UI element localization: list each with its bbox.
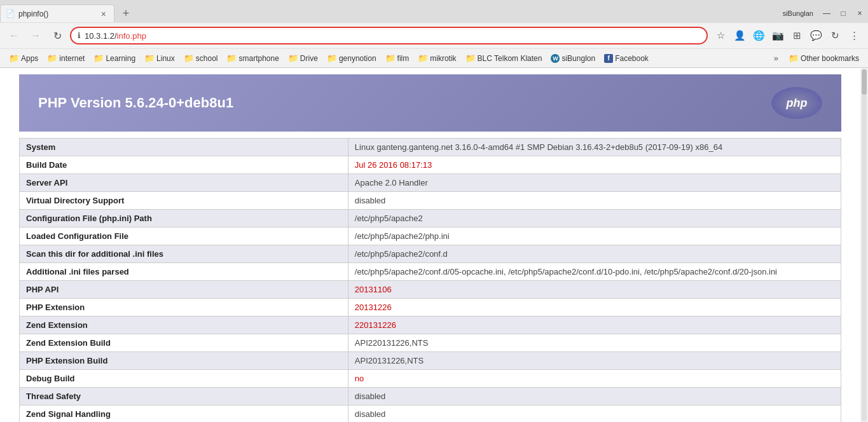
- table-row: Server APIApache 2.0 Handler: [20, 174, 841, 192]
- bookmark-sibunglon[interactable]: W siBunglon: [547, 52, 599, 65]
- folder-icon: 📁: [418, 53, 428, 63]
- folder-icon: 📁: [47, 53, 57, 63]
- row-label: PHP Extension: [20, 299, 348, 316]
- more-bookmarks-button[interactable]: »: [769, 51, 783, 65]
- row-label: PHP Extension Build: [20, 352, 348, 370]
- bookmark-label: siBunglon: [561, 54, 595, 63]
- php-logo: php: [771, 87, 822, 119]
- row-label: Debug Build: [20, 370, 348, 388]
- row-label: Additional .ini files parsed: [20, 263, 348, 281]
- folder-icon: 📁: [327, 53, 337, 63]
- refresh-icon[interactable]: ↻: [826, 27, 844, 44]
- bookmark-facebook[interactable]: f Facebook: [600, 52, 652, 65]
- window-controls: siBunglan — □ ×: [778, 5, 868, 22]
- url-input-box[interactable]: ℹ 10.3.1.2/info.php: [70, 27, 708, 44]
- row-value: Jul 26 2016 08:17:13: [348, 156, 841, 174]
- row-value: 220131226: [348, 316, 841, 334]
- scrollbar-thumb[interactable]: [862, 69, 867, 95]
- row-value: disabled: [348, 388, 841, 405]
- php-info-table-wrapper: SystemLinux ganteng.ganteng.net 3.16.0-4…: [19, 138, 841, 422]
- close-button[interactable]: ×: [851, 5, 868, 22]
- translate-icon[interactable]: 🌐: [750, 27, 768, 44]
- row-label: Virtual Directory Support: [20, 192, 348, 210]
- bookmark-other[interactable]: 📁 Other bookmarks: [785, 51, 863, 65]
- bookmark-label: BLC Telkom Klaten: [478, 54, 542, 63]
- folder-icon: 📁: [9, 53, 19, 63]
- bookmark-label: Apps: [21, 54, 38, 63]
- folder-icon: 📁: [385, 53, 396, 63]
- bookmarks-bar: 📁 Apps 📁 internet 📁 Learning 📁 Linux 📁 s…: [0, 48, 868, 67]
- maximize-button[interactable]: □: [835, 5, 851, 22]
- bookmark-label: Facebook: [615, 54, 649, 63]
- minimize-button[interactable]: —: [818, 5, 835, 22]
- table-row: SystemLinux ganteng.ganteng.net 3.16.0-4…: [20, 139, 841, 156]
- user-profile-icon[interactable]: 👤: [731, 27, 748, 44]
- php-info-header: PHP Version 5.6.24-0+deb8u1 php: [19, 74, 841, 132]
- bookmark-label: Linux: [156, 54, 175, 63]
- bookmark-genynotion[interactable]: 📁 genynotion: [323, 51, 380, 65]
- folder-icon: 📁: [789, 53, 799, 63]
- bookmark-school[interactable]: 📁 school: [180, 51, 222, 65]
- bookmark-label: internet: [59, 54, 85, 63]
- row-label: System: [20, 139, 348, 156]
- bookmark-blc[interactable]: 📁 BLC Telkom Klaten: [462, 51, 546, 65]
- tab-bar: 📄 phpinfo() × + siBunglan — □ ×: [0, 0, 868, 23]
- php-version-title: PHP Version 5.6.24-0+deb8u1: [38, 95, 233, 111]
- info-icon: ℹ: [78, 31, 81, 40]
- new-tab-button[interactable]: +: [117, 4, 135, 22]
- active-tab[interactable]: 📄 phpinfo() ×: [0, 4, 114, 22]
- row-value: disabled: [348, 192, 841, 210]
- tab-close-button[interactable]: ×: [99, 8, 109, 20]
- table-row: Build DateJul 26 2016 08:17:13: [20, 156, 841, 174]
- bookmark-label: film: [397, 54, 410, 63]
- folder-icon: 📁: [288, 53, 298, 63]
- address-bar: ← → ↻ ℹ 10.3.1.2/info.php ☆ 👤 🌐 📷 ⊞ 💬 ↻ …: [0, 23, 868, 48]
- table-row: Loaded Configuration File/etc/php5/apach…: [20, 228, 841, 245]
- chat-icon[interactable]: 💬: [807, 27, 825, 44]
- row-value: Apache 2.0 Handler: [348, 174, 841, 192]
- url-display: 10.3.1.2/info.php: [85, 31, 700, 41]
- folder-icon: 📁: [93, 53, 104, 63]
- row-value: /etc/php5/apache2/conf.d: [348, 245, 841, 263]
- forward-button[interactable]: →: [27, 27, 45, 44]
- row-value: Linux ganteng.ganteng.net 3.16.0-4-amd64…: [348, 139, 841, 156]
- page-content: PHP Version 5.6.24-0+deb8u1 php SystemLi…: [0, 68, 868, 422]
- window-user-label: siBunglan: [778, 10, 818, 17]
- folder-icon: 📁: [465, 53, 476, 63]
- back-button[interactable]: ←: [5, 27, 23, 44]
- scrollbar-track[interactable]: [862, 69, 867, 421]
- star-icon[interactable]: ☆: [712, 27, 729, 44]
- table-row: Additional .ini files parsed/etc/php5/ap…: [20, 263, 841, 281]
- row-label: Zend Signal Handling: [20, 405, 348, 423]
- row-value: 20131106: [348, 281, 841, 299]
- bookmark-film[interactable]: 📁 film: [382, 51, 413, 65]
- reload-button[interactable]: ↻: [48, 27, 66, 44]
- toolbar-icons: ☆ 👤 🌐 📷 ⊞ 💬 ↻ ⋮: [712, 27, 863, 44]
- table-row: Virtual Directory Supportdisabled: [20, 192, 841, 210]
- table-row: PHP Extension20131226: [20, 299, 841, 316]
- row-label: Loaded Configuration File: [20, 228, 348, 245]
- bookmark-mikrotik[interactable]: 📁 mikrotik: [414, 51, 460, 65]
- bookmark-smartphone[interactable]: 📁 smartphone: [223, 51, 282, 65]
- row-value: /etc/php5/apache2/php.ini: [348, 228, 841, 245]
- cast-icon[interactable]: 📷: [769, 27, 787, 44]
- tab-title: phpinfo(): [18, 10, 95, 18]
- apps-icon[interactable]: ⊞: [788, 27, 806, 44]
- table-row: Configuration File (php.ini) Path/etc/ph…: [20, 210, 841, 228]
- bookmark-linux[interactable]: 📁 Linux: [141, 51, 179, 65]
- row-label: Scan this dir for additional .ini files: [20, 245, 348, 263]
- row-value: /etc/php5/apache2: [348, 210, 841, 228]
- row-label: Configuration File (php.ini) Path: [20, 210, 348, 228]
- bookmark-drive[interactable]: 📁 Drive: [284, 51, 322, 65]
- menu-icon[interactable]: ⋮: [845, 27, 863, 44]
- bookmark-label: school: [196, 54, 218, 63]
- folder-icon: 📁: [144, 53, 155, 63]
- vertical-scrollbar[interactable]: [860, 68, 868, 422]
- row-value: API220131226,NTS: [348, 334, 841, 352]
- wordpress-icon: W: [551, 54, 560, 63]
- main-content: PHP Version 5.6.24-0+deb8u1 php SystemLi…: [0, 68, 860, 422]
- bookmark-learning[interactable]: 📁 Learning: [90, 51, 139, 65]
- bookmark-label: smartphone: [238, 54, 279, 63]
- bookmark-internet[interactable]: 📁 internet: [43, 51, 88, 65]
- bookmark-apps[interactable]: 📁 Apps: [5, 51, 42, 65]
